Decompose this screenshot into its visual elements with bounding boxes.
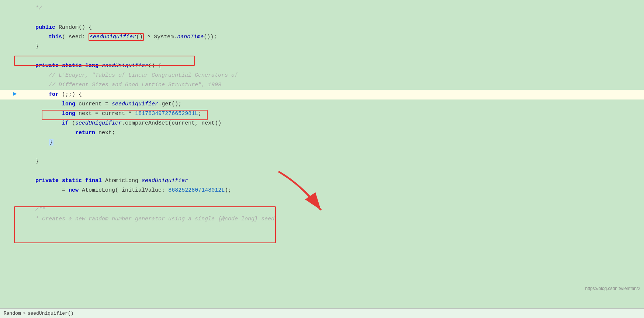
code-content: /** [18,205,644,214]
code-line: * Creates a new random number generator … [0,214,644,224]
code-line-if: if (seedUniquifier.compareAndSet(current… [0,119,644,128]
breadcrumb-method: seedUniquifier() [28,311,74,316]
code-content: } [18,138,644,147]
code-line [0,13,644,23]
code-content: * Creates a new random number generator … [18,215,644,224]
watermark: https://blog.csdn.tv/lemfan/2 [585,286,640,291]
code-content: // L'Ecuyer, "Tables of Linear Congruent… [18,71,644,80]
code-line-return: return next; [0,128,644,138]
code-line-private-static: private static long seedUniquifier() { [0,61,644,71]
code-line: // L'Ecuyer, "Tables of Linear Congruent… [0,71,644,80]
breadcrumb-separator: > [23,311,26,316]
code-content: long next = current * 181783497276652981… [18,109,644,118]
code-content [18,148,644,157]
code-line: } [0,138,644,147]
code-content: private static long seedUniquifier() { [18,62,644,70]
code-content [18,167,644,176]
code-content [18,196,644,205]
code-content: this( seed: seedUniquifier() ^ System.na… [18,33,644,42]
code-line: } [0,157,644,167]
code-line-next: long next = current * 181783497276652981… [0,109,644,119]
code-line: */ [0,4,644,13]
code-line-current: long current = seedUniquifier.get(); [0,99,644,109]
code-line: // Different Sizes and Good Lattice Stru… [0,80,644,90]
code-line-for: ► for (;;) { [0,90,644,99]
code-line: public Random() { [0,23,644,32]
code-content: long current = seedUniquifier.get(); [18,100,644,109]
code-content: return next; [18,129,644,137]
code-line-new-atomiclong: = new AtomicLong( initialValue: 86825228… [0,186,644,195]
code-content: } [18,42,644,51]
code-content: public Random() { [18,23,644,32]
code-line: /** [0,205,644,214]
code-line: } [0,42,644,52]
code-content: */ [18,4,644,13]
code-line-atomiclong: private static final AtomicLong seedUniq… [0,176,644,186]
breadcrumb: Random > seedUniquifier() [0,308,644,318]
code-content: for (;;) { [18,90,644,99]
code-content: // Different Sizes and Good Lattice Stru… [18,81,644,90]
breadcrumb-root: Random [4,311,21,316]
code-line [0,147,644,157]
code-content [18,52,644,61]
code-content: private static final AtomicLong seedUniq… [18,177,644,185]
code-content [18,14,644,22]
code-content: } [18,157,644,166]
code-area: */ public Random() { this( seed: seedUni… [0,0,644,302]
code-content: = new AtomicLong( initialValue: 86825228… [18,186,644,195]
code-line [0,52,644,61]
code-line [0,167,644,176]
code-line [0,195,644,205]
code-line-this: this( seed: seedUniquifier() ^ System.na… [0,32,644,42]
line-arrow-indicator: ► [11,90,18,98]
code-content: if (seedUniquifier.compareAndSet(current… [18,119,644,128]
